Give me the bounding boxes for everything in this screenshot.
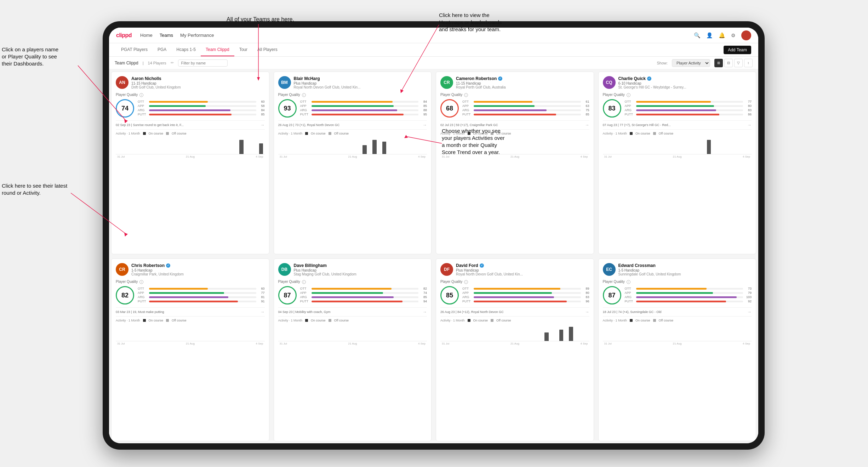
- tab-all-players[interactable]: All Players: [252, 43, 282, 56]
- player-card[interactable]: EC Edward Crossman 1-5 Handicap Sunningd…: [598, 258, 756, 441]
- stats-grid: OTT 60 APP 77 ARG 81 PUTT 91: [138, 287, 265, 304]
- chart-date-end: 4 Sep: [418, 342, 426, 345]
- quality-score[interactable]: 93: [278, 99, 297, 118]
- quality-score[interactable]: 87: [278, 286, 297, 304]
- player-card[interactable]: DB Dave Billingham Plus Handicap Stag Ma…: [274, 258, 432, 441]
- grid-4-view-btn[interactable]: ⊞: [714, 59, 723, 67]
- stat-row-putt: PUTT 86: [625, 113, 752, 116]
- player-avatar[interactable]: AN: [116, 76, 129, 89]
- stat-label-app: APP: [300, 104, 310, 108]
- latest-round[interactable]: 07 Aug 23 | 77 (+7), St George's Hill GC…: [603, 120, 752, 130]
- latest-round[interactable]: 02 Sep 23 | Sunrise round to get back in…: [116, 120, 265, 130]
- stat-value-app: 80: [582, 291, 589, 295]
- quality-info-icon[interactable]: i: [464, 93, 468, 97]
- player-card[interactable]: BM Blair McHarg Plus Handicap Royal Nort…: [274, 72, 432, 254]
- player-name[interactable]: Cameron Robertson✓: [456, 76, 589, 81]
- quality-info-icon[interactable]: i: [627, 93, 630, 97]
- quality-info-icon[interactable]: i: [302, 280, 306, 284]
- stat-label-ott: OTT: [138, 287, 148, 290]
- filter-view-btn[interactable]: ▽: [734, 59, 743, 67]
- player-name[interactable]: Blair McHarg: [294, 76, 427, 81]
- player-avatar[interactable]: DB: [278, 263, 291, 276]
- add-team-button[interactable]: Add Team: [724, 46, 751, 54]
- quality-info-icon[interactable]: i: [464, 280, 468, 284]
- player-avatar[interactable]: DF: [440, 263, 453, 276]
- quality-score[interactable]: 85: [440, 286, 459, 304]
- quality-section: 85 OTT 89 APP 80 ARG 83 PUT: [440, 286, 589, 304]
- stat-value-arg: 83: [744, 108, 752, 112]
- quality-info-icon[interactable]: i: [139, 280, 143, 284]
- player-name[interactable]: David Ford✓: [456, 263, 589, 268]
- bell-icon[interactable]: 🔔: [719, 32, 725, 39]
- quality-info-icon[interactable]: i: [627, 280, 630, 284]
- stat-value-ott: 77: [744, 100, 752, 103]
- quality-score[interactable]: 68: [440, 99, 459, 118]
- edit-team-icon[interactable]: ✏: [171, 61, 174, 65]
- activity-chart: [603, 324, 752, 341]
- chart-bar: [372, 140, 377, 154]
- player-name[interactable]: Chris Robertson✓: [131, 263, 265, 268]
- activity-title: Activity · 1 Month: [278, 319, 303, 322]
- player-avatar[interactable]: CQ: [603, 76, 616, 89]
- chart-date-start: 31 Jul: [117, 342, 125, 345]
- tab-team-clippd[interactable]: Team Clippd: [201, 43, 234, 56]
- player-avatar[interactable]: CR: [116, 263, 129, 276]
- player-avatar[interactable]: CR: [440, 76, 453, 89]
- quality-score[interactable]: 87: [603, 286, 621, 304]
- tab-hcaps[interactable]: Hcaps 1-5: [171, 43, 201, 56]
- filter-input[interactable]: [178, 59, 228, 67]
- player-card[interactable]: AN Aaron Nicholls 11-15 Handicap Drift G…: [111, 72, 269, 254]
- latest-round[interactable]: 03 Mar 23 | 19, Must make putting →: [116, 307, 265, 317]
- latest-round[interactable]: 04 Sep 23 | Mobility with coach, Gym →: [278, 307, 427, 317]
- latest-round[interactable]: 02 Jul 23 | 59 (+17), Craigmillar Park G…: [440, 120, 589, 130]
- player-handicap: 11-15 Handicap: [131, 81, 265, 85]
- player-info: Blair McHarg Plus Handicap Royal North D…: [294, 76, 427, 89]
- profile-icon[interactable]: 👤: [706, 32, 713, 39]
- chart-dates: 31 Jul 21 Aug 4 Sep: [278, 155, 427, 158]
- quality-score[interactable]: 83: [603, 99, 621, 118]
- settings-icon[interactable]: ⚙: [731, 33, 736, 38]
- player-name[interactable]: Edward Crossman: [618, 263, 752, 268]
- player-card[interactable]: CR Cameron Robertson✓ 11-15 Handicap Roy…: [436, 72, 594, 254]
- stat-bar-container-arg: [312, 109, 419, 111]
- latest-round[interactable]: 18 Jul 23 | 74 (+4), Sunningdale GC - Ol…: [603, 307, 752, 317]
- stat-row-app: APP 74: [300, 291, 427, 295]
- search-icon[interactable]: 🔍: [694, 32, 701, 39]
- quality-score[interactable]: 74: [116, 99, 134, 118]
- stat-bar-app: [312, 292, 383, 294]
- nav-home[interactable]: Home: [140, 31, 153, 39]
- nav-my-performance[interactable]: My Performance: [180, 31, 214, 39]
- round-text: 18 Jul 23 | 74 (+4), Sunningdale GC - Ol…: [603, 310, 748, 314]
- player-avatar[interactable]: BM: [278, 76, 291, 89]
- activity-header: Activity · 1 Month On course Off course: [278, 132, 427, 135]
- player-card[interactable]: CQ Charlie Quick✓ 6-10 Handicap St. Geor…: [598, 72, 756, 254]
- show-select[interactable]: Player Activity: [672, 59, 710, 67]
- grid-3-view-btn[interactable]: ⊟: [724, 59, 733, 67]
- stat-bar-putt: [312, 114, 404, 115]
- latest-round[interactable]: 26 Aug 23 | 84 (+12), Royal North Devon …: [440, 307, 589, 317]
- player-name[interactable]: Dave Billingham: [294, 263, 427, 268]
- tab-pga[interactable]: PGA: [153, 43, 171, 56]
- latest-round[interactable]: 26 Aug 23 | 73 (+1), Royal North Devon G…: [278, 120, 427, 130]
- stat-bar-putt: [474, 301, 567, 302]
- player-avatar[interactable]: EC: [603, 263, 616, 276]
- nav-teams[interactable]: Teams: [160, 31, 173, 39]
- stat-label-putt: PUTT: [138, 113, 148, 116]
- player-card[interactable]: CR Chris Robertson✓ 1-5 Handicap Craigmi…: [111, 258, 269, 441]
- quality-score[interactable]: 82: [116, 286, 134, 304]
- tab-tour[interactable]: Tour: [234, 43, 252, 56]
- stat-row-arg: ARG 83: [462, 295, 589, 299]
- player-card[interactable]: DF David Ford✓ Plus Handicap Royal North…: [436, 258, 594, 441]
- verified-badge: ✓: [166, 263, 170, 268]
- quality-info-icon[interactable]: i: [302, 93, 306, 97]
- user-avatar[interactable]: [741, 30, 751, 40]
- quality-info-icon[interactable]: i: [139, 93, 143, 97]
- player-name[interactable]: Aaron Nicholls: [131, 76, 265, 81]
- chart-bar: [544, 332, 549, 341]
- tab-pgat[interactable]: PGAT Players: [116, 43, 153, 56]
- stat-row-putt: PUTT 92: [625, 300, 752, 303]
- player-name[interactable]: Charlie Quick✓: [618, 76, 752, 81]
- stat-row-arg: ARG 83: [625, 108, 752, 112]
- sort-view-btn[interactable]: ↕: [744, 59, 753, 67]
- on-course-legend-dot: [468, 319, 470, 322]
